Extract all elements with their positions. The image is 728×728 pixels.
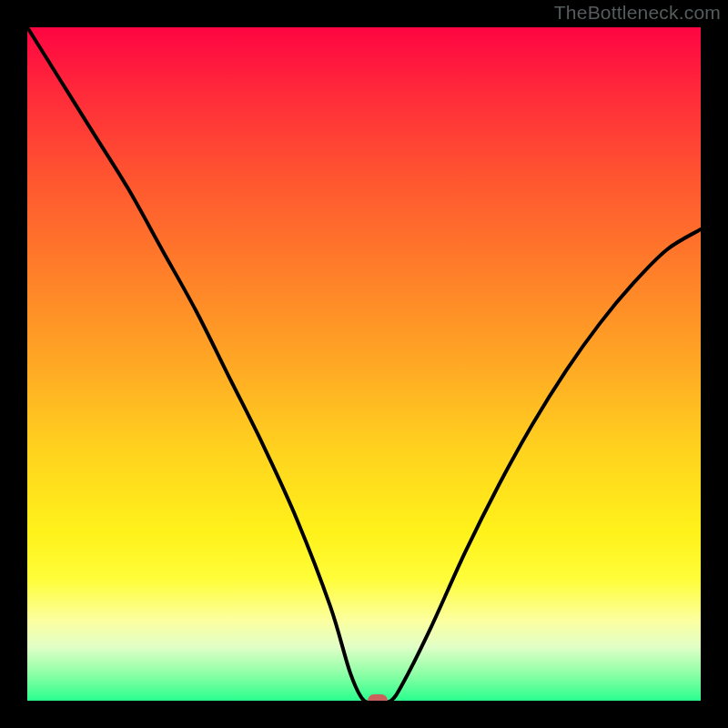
chart-frame: TheBottleneck.com bbox=[0, 0, 728, 728]
optimum-marker bbox=[368, 694, 388, 701]
bottleneck-curve bbox=[27, 27, 701, 701]
plot-area bbox=[27, 27, 701, 701]
curve-svg bbox=[27, 27, 701, 701]
watermark-text: TheBottleneck.com bbox=[554, 2, 721, 24]
